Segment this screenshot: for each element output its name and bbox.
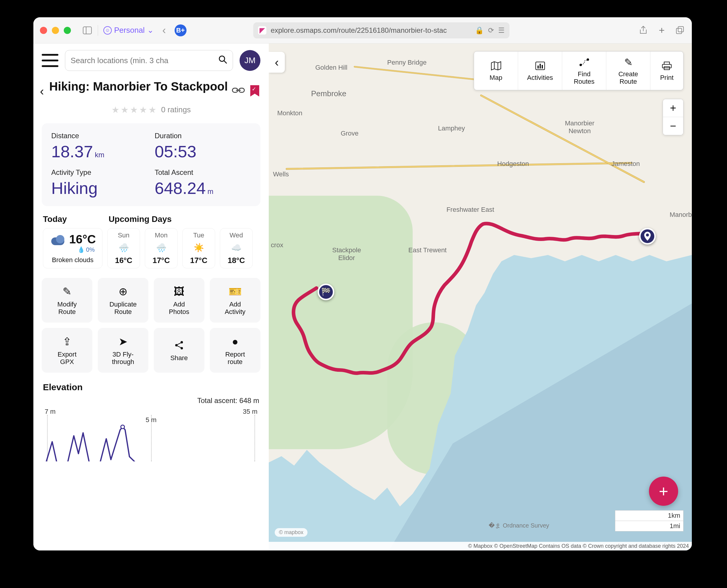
zoom-out-button[interactable]: − <box>663 117 683 135</box>
add-fab-button[interactable]: + <box>649 477 678 506</box>
print-icon <box>662 60 672 72</box>
plane-icon: ➤ <box>119 335 127 348</box>
chart-icon <box>535 60 545 72</box>
elevation-chart[interactable]: 7 m 5 m 35 m <box>43 408 259 461</box>
scale-mi: 1mi <box>615 521 683 531</box>
profile-smile-icon: ☺ <box>103 26 112 35</box>
minimize-window-icon[interactable] <box>52 27 59 34</box>
bookmark-saved-icon[interactable] <box>250 85 259 97</box>
mapbox-badge: © mapbox <box>275 528 308 537</box>
reader-icon[interactable]: ☰ <box>498 26 505 35</box>
ratings-row: ★★★★★ 0 ratings <box>34 99 269 123</box>
svg-rect-2 <box>676 28 682 34</box>
url-bar[interactable]: ◤ explore.osmaps.com/route/22516180/mano… <box>253 22 510 38</box>
collapse-sidebar-button[interactable]: ‹ <box>269 52 285 73</box>
svg-rect-25 <box>662 64 671 68</box>
elevation-section: Elevation Total ascent: 648 m 7 m 5 m 35… <box>34 379 269 461</box>
site-favicon: ◤ <box>258 26 266 35</box>
scale-km: 1km <box>615 510 683 521</box>
extension-badge[interactable]: B+ <box>174 24 187 36</box>
svg-rect-19 <box>538 65 539 68</box>
share-icon[interactable] <box>638 25 648 36</box>
route-actions: ✎ Modify Route ⊕ Duplicate Route 🖼 Add P… <box>34 271 269 379</box>
start-pin-icon[interactable] <box>639 228 656 245</box>
map-canvas[interactable]: Golden Hill Penny Bridge Pembroke Monkto… <box>269 43 692 550</box>
copy-link-icon[interactable] <box>232 86 245 96</box>
route-title: Hiking: Manorbier To Stackpool <box>49 79 228 93</box>
report-route-button[interactable]: ● Report route <box>210 328 261 373</box>
add-photos-button[interactable]: 🖼 Add Photos <box>154 278 204 322</box>
search-icon[interactable] <box>219 55 227 66</box>
alert-icon: ● <box>232 335 238 348</box>
search-box[interactable] <box>65 50 233 71</box>
weather-day-sun[interactable]: Sun 🌧️ 16°C <box>107 228 140 268</box>
svg-line-13 <box>177 346 181 348</box>
map-layers-button[interactable]: Map <box>474 51 518 90</box>
map-toolbar: Map Activities Find Routes <box>474 51 684 90</box>
ascent-value: 648.24m <box>154 178 251 198</box>
ratings-count: 0 ratings <box>161 105 191 114</box>
elev-end-label: 35 m <box>243 408 257 416</box>
separator <box>98 25 98 36</box>
elevation-total: Total ascent: 648 m <box>43 397 259 405</box>
print-button[interactable]: Print <box>650 51 683 90</box>
distance-label: Distance <box>51 132 147 140</box>
map-icon <box>491 60 501 72</box>
add-activity-button[interactable]: 🎫 Add Activity <box>210 278 261 322</box>
create-route-button[interactable]: ✎ Create Route <box>606 51 650 90</box>
modify-route-button[interactable]: ✎ Modify Route <box>42 278 92 322</box>
cloud-icon: ☁️ <box>230 242 242 253</box>
activity-value: Hiking <box>51 178 147 198</box>
svg-rect-21 <box>542 65 543 68</box>
today-temp: 16°C <box>69 233 96 246</box>
reload-icon[interactable]: ⟳ <box>488 26 494 35</box>
weather-day-mon[interactable]: Mon 🌧️ 17°C <box>145 228 178 268</box>
user-avatar[interactable]: JM <box>240 50 261 71</box>
svg-rect-3 <box>678 26 684 32</box>
browser-chrome: ☺ Personal ⌄ ‹ B+ ◤ explore.osmaps.com/r… <box>34 17 692 43</box>
route-icon <box>579 56 590 68</box>
sidebar-toggle-icon[interactable] <box>82 25 92 36</box>
share-button[interactable]: Share <box>154 328 204 373</box>
maximize-window-icon[interactable] <box>64 27 71 34</box>
duplicate-route-button[interactable]: ⊕ Duplicate Route <box>98 278 148 322</box>
scale-bar: 1km 1mi <box>615 510 684 531</box>
sun-icon: ☀️ <box>193 242 205 253</box>
svg-line-5 <box>224 61 226 63</box>
back-caret[interactable]: ‹ <box>40 79 46 98</box>
window-controls[interactable] <box>40 27 71 34</box>
end-pin-icon[interactable]: 🏁 <box>318 284 334 300</box>
new-tab-icon[interactable]: + <box>657 25 667 36</box>
weather-day-tue[interactable]: Tue ☀️ 17°C <box>182 228 215 268</box>
back-button[interactable]: ‹ <box>159 25 169 36</box>
rain-icon: 🌧️ <box>155 242 167 253</box>
activities-button[interactable]: Activities <box>518 51 562 90</box>
svg-point-14 <box>121 425 124 429</box>
elev-start-label: 7 m <box>45 408 56 416</box>
weather-day-wed[interactable]: Wed ☁️ 18°C <box>220 228 253 268</box>
weather-today-card[interactable]: 16°C 💧0% Broken clouds <box>43 228 103 268</box>
lock-icon: 🔒 <box>475 26 484 35</box>
find-routes-button[interactable]: Find Routes <box>562 51 606 90</box>
svg-rect-20 <box>540 64 541 68</box>
duration-label: Duration <box>154 132 251 140</box>
today-desc: Broken clouds <box>52 256 93 264</box>
zoom-controls: + − <box>663 99 684 135</box>
close-window-icon[interactable] <box>40 27 47 34</box>
route-sidebar: JM ‹ Hiking: Manorbier To Stackpool ★★★★… <box>34 43 269 550</box>
flythrough-button[interactable]: ➤ 3D Fly- through <box>98 328 148 373</box>
tabs-icon[interactable] <box>675 25 685 36</box>
rain-icon: 🌧️ <box>118 242 130 253</box>
export-gpx-button[interactable]: ⇪ Export GPX <box>42 328 92 373</box>
svg-rect-0 <box>83 27 91 34</box>
search-input[interactable] <box>70 56 214 65</box>
share-network-icon <box>174 339 184 352</box>
menu-button[interactable] <box>42 54 58 67</box>
map-attribution: © Mapbox © OpenStreetMap Contains OS dat… <box>269 542 692 550</box>
browser-profile-button[interactable]: ☺ Personal ⌄ <box>103 26 154 35</box>
elevation-title: Elevation <box>43 382 259 392</box>
distance-value: 18.37km <box>51 142 147 161</box>
zoom-in-button[interactable]: + <box>663 99 683 117</box>
os-logo: �ま Ordnance Survey <box>489 522 549 530</box>
chevron-down-icon: ⌄ <box>147 26 154 35</box>
